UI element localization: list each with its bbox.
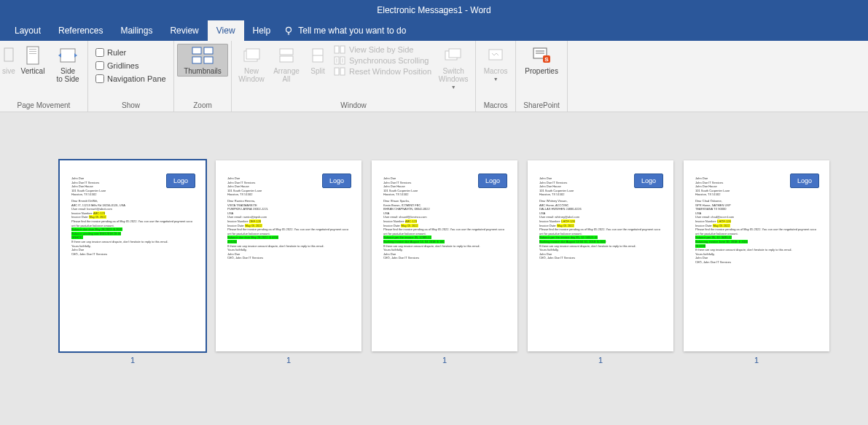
gridlines-check-icon[interactable] xyxy=(95,61,104,70)
properties-button[interactable]: S Properties xyxy=(519,44,564,77)
svg-rect-17 xyxy=(335,46,339,53)
side-to-side-icon xyxy=(57,47,79,64)
tell-me-label: Tell me what you want to do xyxy=(298,26,406,36)
group-zoom: Thumbnails Zoom xyxy=(174,41,232,112)
group-label-zoom: Zoom xyxy=(177,100,228,112)
split-button[interactable]: Split xyxy=(305,44,331,77)
navpane-check-icon[interactable] xyxy=(95,74,104,83)
window-side-options: View Side by Side Synchronous Scrolling … xyxy=(332,44,433,77)
group-page-movement: sive Vertical Side to Side Page Movement xyxy=(0,41,88,112)
svg-rect-8 xyxy=(204,47,213,54)
reset-window-position-button[interactable]: Reset Window Position xyxy=(334,67,431,76)
page-number: 1 xyxy=(598,356,603,364)
page-thumbnail[interactable]: LogoJohn DoeJohn Doe IT ServicesJohn Doe… xyxy=(528,160,673,351)
lightbulb-icon xyxy=(284,26,294,36)
sync-scroll-icon xyxy=(334,56,345,65)
ruler-check-icon[interactable] xyxy=(95,48,104,57)
logo-badge: Logo xyxy=(166,173,195,188)
svg-rect-22 xyxy=(340,68,345,75)
tab-review[interactable]: Review xyxy=(161,20,207,41)
macros-icon xyxy=(487,47,504,63)
svg-rect-25 xyxy=(489,50,502,60)
new-window-button[interactable]: New Window xyxy=(235,44,268,85)
sync-scroll-label: Synchronous Scrolling xyxy=(349,56,429,65)
immersive-label: sive xyxy=(2,67,15,75)
new-window-icon xyxy=(242,47,261,63)
svg-rect-14 xyxy=(280,56,293,62)
split-label: Split xyxy=(310,67,324,75)
side-to-side-button[interactable]: Side to Side xyxy=(51,44,85,85)
document-workspace[interactable]: LogoJohn DoeJohn Doe IT ServicesJohn Doe… xyxy=(0,112,868,425)
side-by-side-icon xyxy=(334,45,345,54)
thumbnail-wrap: LogoJohn DoeJohn Doe IT ServicesJohn Doe… xyxy=(372,160,517,364)
thumbnails-button[interactable]: Thumbnails xyxy=(177,44,228,77)
page-thumbnail[interactable]: LogoJohn DoeJohn Doe IT ServicesJohn Doe… xyxy=(60,160,206,351)
svg-rect-13 xyxy=(280,49,293,55)
page-number: 1 xyxy=(130,356,135,364)
group-show: Ruler Gridlines Navigation Pane Show xyxy=(88,41,174,112)
thumbnail-wrap: LogoJohn DoeJohn Doe IT ServicesJohn Doe… xyxy=(684,160,829,364)
page-thumbnail[interactable]: LogoJohn DoeJohn Doe IT ServicesJohn Doe… xyxy=(216,160,361,351)
logo-badge: Logo xyxy=(634,173,663,188)
thumbnail-wrap: LogoJohn DoeJohn Doe IT ServicesJohn Doe… xyxy=(528,160,673,364)
page-thumbnail[interactable]: LogoJohn DoeJohn Doe IT ServicesJohn Doe… xyxy=(684,160,829,351)
svg-text:S: S xyxy=(544,56,549,63)
logo-badge: Logo xyxy=(790,173,819,188)
page-content-preview: John DoeJohn Doe IT ServicesJohn Doe Hou… xyxy=(383,176,506,260)
ruler-label: Ruler xyxy=(107,48,126,57)
page-content-preview: John DoeJohn Doe IT ServicesJohn Doe Hou… xyxy=(71,176,194,256)
svg-rect-3 xyxy=(29,49,36,50)
gridlines-checkbox[interactable]: Gridlines xyxy=(95,60,138,71)
thumbnails-label: Thumbnails xyxy=(184,67,222,75)
side-to-side-label: Side to Side xyxy=(56,67,79,83)
group-sharepoint: S Properties SharePoint xyxy=(516,41,568,112)
group-label-macros: Macros xyxy=(479,100,512,112)
split-icon xyxy=(311,47,324,63)
page-number: 1 xyxy=(286,356,291,364)
new-window-label: New Window xyxy=(238,67,265,83)
immersive-reader-button[interactable]: sive xyxy=(3,44,15,77)
vertical-button[interactable]: Vertical xyxy=(16,44,50,77)
ruler-checkbox[interactable]: Ruler xyxy=(95,47,126,58)
navpane-checkbox[interactable]: Navigation Pane xyxy=(95,73,166,85)
page-thumbnail[interactable]: LogoJohn DoeJohn Doe IT ServicesJohn Doe… xyxy=(372,160,517,351)
app-title: Electronic Messages1 - Word xyxy=(377,5,491,15)
arrange-all-label: Arrange All xyxy=(273,67,300,83)
macros-button[interactable]: Macros▼ xyxy=(479,44,512,83)
properties-icon: S xyxy=(531,47,552,64)
macros-label: Macros xyxy=(484,67,508,75)
svg-rect-6 xyxy=(60,49,75,62)
tab-help[interactable]: Help xyxy=(244,20,280,41)
ribbon: sive Vertical Side to Side Page Movement… xyxy=(0,41,868,112)
switch-windows-button[interactable]: Switch Windows▼ xyxy=(434,44,472,91)
group-macros: Macros▼ Macros xyxy=(476,41,516,112)
svg-rect-7 xyxy=(192,47,201,54)
side-by-side-label: View Side by Side xyxy=(349,45,413,54)
synchronous-scrolling-button[interactable]: Synchronous Scrolling xyxy=(334,56,431,65)
tab-references[interactable]: References xyxy=(50,20,112,41)
reset-position-icon xyxy=(334,67,345,76)
switch-windows-icon xyxy=(443,47,464,63)
tab-view[interactable]: View xyxy=(208,20,244,41)
page-content-preview: John DoeJohn Doe IT ServicesJohn Doe Hou… xyxy=(227,176,350,260)
group-label-page-movement: Page Movement xyxy=(3,100,85,112)
arrange-all-icon xyxy=(278,47,294,63)
gridlines-label: Gridlines xyxy=(107,61,138,70)
arrange-all-button[interactable]: Arrange All xyxy=(270,44,303,85)
tab-layout[interactable]: Layout xyxy=(6,20,50,41)
chevron-down-icon: ▼ xyxy=(451,85,456,90)
book-icon xyxy=(4,47,14,64)
svg-rect-10 xyxy=(204,57,213,63)
view-side-by-side-button[interactable]: View Side by Side xyxy=(334,45,431,54)
ribbon-tabs: Layout References Mailings Review View H… xyxy=(0,20,868,41)
svg-rect-4 xyxy=(29,51,36,52)
reset-position-label: Reset Window Position xyxy=(349,67,431,76)
svg-rect-12 xyxy=(246,49,259,59)
logo-badge: Logo xyxy=(478,173,507,188)
svg-rect-9 xyxy=(192,57,201,63)
page-number: 1 xyxy=(442,356,447,364)
tab-mailings[interactable]: Mailings xyxy=(112,20,161,41)
title-bar: Electronic Messages1 - Word xyxy=(0,0,868,20)
tell-me-search[interactable]: Tell me what you want to do xyxy=(284,20,406,41)
svg-rect-21 xyxy=(335,68,339,75)
